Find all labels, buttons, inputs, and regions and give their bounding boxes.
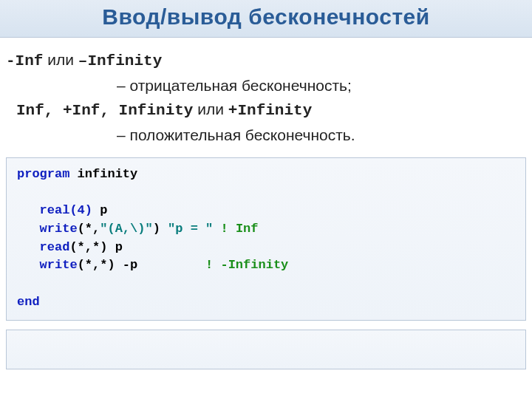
code-str-p: "p = " bbox=[168, 222, 213, 236]
code-neg-infinity: –Infinity bbox=[78, 52, 162, 69]
code-read-args: (*,*) p bbox=[69, 240, 122, 254]
code-var-p: p bbox=[92, 203, 107, 217]
code-write-args: (*,*) -p bbox=[78, 258, 205, 272]
line-pos-inf-desc: – положительная бесконечность. bbox=[6, 123, 526, 148]
content-area: -Inf или –Infinity – отрицательная беско… bbox=[0, 38, 532, 147]
code-paren-2: ) bbox=[153, 222, 168, 236]
title-bar: Ввод/вывод бесконечностей bbox=[0, 0, 532, 38]
code-cmt-inf: ! Inf bbox=[213, 222, 258, 236]
code-neg-inf: -Inf bbox=[6, 52, 43, 69]
kw-read: read bbox=[17, 240, 69, 254]
kw-program: program bbox=[17, 167, 69, 181]
line-neg-inf-codes: -Inf или –Infinity bbox=[6, 48, 526, 74]
code-progname: infinity bbox=[69, 167, 137, 181]
footer-box bbox=[6, 330, 526, 369]
code-listing: program infinity real(4) p write(*,"(A,\… bbox=[6, 157, 526, 321]
code-pos-infinity: +Infinity bbox=[228, 102, 312, 119]
line-pos-inf-codes: Inf, +Inf, Infinity или +Infinity bbox=[6, 98, 526, 123]
slide-title: Ввод/вывод бесконечностей bbox=[0, 4, 532, 30]
kw-write-2: write bbox=[17, 258, 78, 272]
code-cmt-negInf: ! -Infinity bbox=[205, 258, 288, 272]
kw-end: end bbox=[17, 295, 40, 309]
code-pos-inf-list: Inf, +Inf, Infinity bbox=[16, 102, 193, 119]
slide: Ввод/вывод бесконечностей -Inf или –Infi… bbox=[0, 0, 532, 399]
text-or-2: или bbox=[193, 100, 228, 117]
line-neg-inf-desc: – отрицательная бесконечность; bbox=[6, 74, 526, 98]
code-fmt: "(A,\)" bbox=[100, 222, 152, 236]
code-paren-1: (*, bbox=[78, 222, 100, 236]
text-or-1: или bbox=[43, 51, 78, 68]
kw-real: real(4) bbox=[17, 203, 92, 217]
kw-write-1: write bbox=[17, 222, 78, 236]
